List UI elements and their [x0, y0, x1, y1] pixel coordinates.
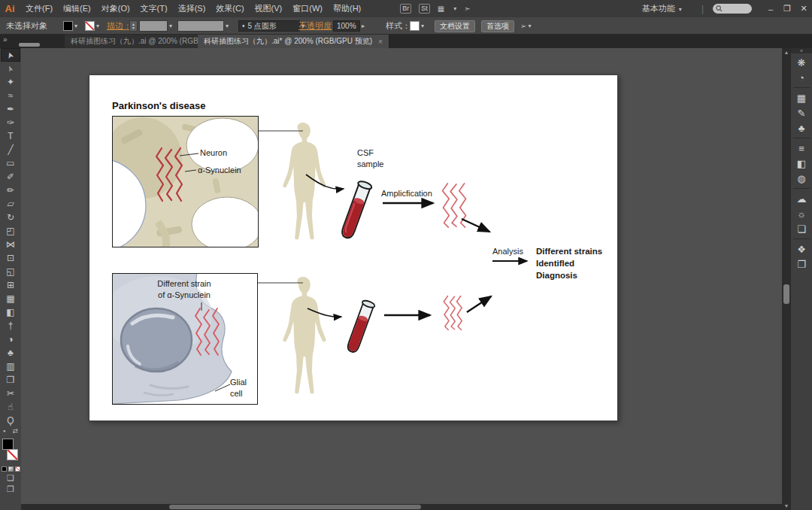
- artboard[interactable]: Parkinson's disease: [89, 74, 618, 421]
- tools-dock-grip[interactable]: [19, 43, 40, 47]
- menu-item-8[interactable]: 帮助(H): [333, 3, 361, 14]
- line-segment-tool[interactable]: ╱: [1, 143, 20, 156]
- menu-item-2[interactable]: 对象(O): [102, 3, 130, 14]
- stock-icon[interactable]: St: [419, 4, 430, 14]
- layers-panel-icon[interactable]: ❖: [792, 241, 811, 257]
- panel-group-divider: [793, 238, 810, 239]
- artboard-tool[interactable]: ❐: [1, 373, 20, 387]
- gradient-panel-icon[interactable]: ◧: [792, 156, 811, 171]
- menu-item-5[interactable]: 效果(C): [216, 3, 244, 14]
- selection-tool[interactable]: ➤: [1, 48, 20, 62]
- artboards-panel-icon[interactable]: ❐: [792, 257, 811, 272]
- draw-mode-button[interactable]: ❏: [7, 473, 14, 483]
- workspace-switcher[interactable]: 基本功能 ▾: [642, 3, 682, 14]
- document-setup-button[interactable]: 文档设置: [435, 17, 475, 35]
- stroke-link[interactable]: 描边：: [107, 17, 132, 35]
- canvas[interactable]: Parkinson's disease: [21, 48, 782, 510]
- free-transform-tool[interactable]: ⊡: [1, 251, 20, 265]
- variable-width-profile[interactable]: ▾: [177, 17, 229, 35]
- opacity-link[interactable]: 不透明度: [298, 17, 332, 35]
- stroke-color-swatch[interactable]: ▾: [85, 17, 99, 35]
- column-graph-tool[interactable]: ▥: [1, 360, 20, 373]
- symbol-sprayer-tool[interactable]: ♣: [1, 346, 20, 360]
- close-button[interactable]: ✕: [795, 4, 812, 14]
- bridge-icon[interactable]: Br: [400, 4, 411, 14]
- stroke-weight-field[interactable]: ▾: [139, 17, 172, 35]
- pen-tool[interactable]: ✒: [1, 102, 20, 116]
- menu-item-7[interactable]: 窗口(W): [292, 3, 323, 14]
- curvature-tool[interactable]: ✑: [1, 116, 20, 129]
- pencil-tool[interactable]: ✏: [1, 184, 20, 197]
- direct-selection-tool[interactable]: ➢: [1, 62, 20, 75]
- gradient-tool[interactable]: ◧: [1, 305, 20, 319]
- close-tab-icon[interactable]: ×: [378, 38, 383, 46]
- chevron-down-icon: ▾: [74, 23, 77, 29]
- preferences-button[interactable]: 首选项: [481, 17, 514, 35]
- libraries-panel-icon[interactable]: ☁: [792, 191, 811, 206]
- search-input[interactable]: [713, 4, 752, 14]
- hand-tool[interactable]: ☝: [1, 400, 20, 414]
- stroke-weight-stepper[interactable]: ▲▼: [129, 17, 138, 35]
- eyedropper-tool[interactable]: †: [1, 319, 20, 332]
- workspace-layout-icon[interactable]: ▦: [438, 5, 444, 13]
- scroll-up-icon[interactable]: ▲: [782, 50, 791, 55]
- default-fill-stroke-icon[interactable]: ▪: [3, 427, 5, 437]
- opacity-field[interactable]: 100%▸: [333, 17, 365, 35]
- vertical-scroll-thumb[interactable]: [783, 284, 789, 304]
- shape-builder-tool[interactable]: ◱: [1, 265, 20, 278]
- appearance-panel-icon[interactable]: ☼: [792, 206, 811, 221]
- transparency-panel-icon[interactable]: ◍: [792, 171, 811, 186]
- magic-wand-tool[interactable]: ✦: [1, 75, 20, 89]
- menu-item-3[interactable]: 文字(T): [141, 3, 168, 14]
- rectangle-tool[interactable]: ▭: [1, 156, 20, 170]
- minimize-button[interactable]: –: [762, 5, 779, 14]
- slice-tool[interactable]: ✂: [1, 387, 20, 400]
- eraser-tool[interactable]: ▱: [1, 197, 20, 211]
- none-button[interactable]: [15, 466, 20, 472]
- horizontal-scroll-thumb[interactable]: [169, 505, 421, 509]
- brushes-panel-icon[interactable]: ✎: [792, 105, 811, 120]
- fill-indicator[interactable]: [2, 439, 14, 450]
- scale-tool[interactable]: ◰: [1, 224, 20, 238]
- color-guide-panel-icon[interactable]: ◔: [792, 70, 811, 85]
- restore-button[interactable]: ❐: [779, 4, 795, 14]
- type-tool[interactable]: T: [1, 129, 20, 143]
- menu-item-0[interactable]: 文件(F): [26, 3, 53, 14]
- gradient-button[interactable]: [8, 466, 14, 472]
- menu-item-6[interactable]: 视图(V): [255, 3, 283, 14]
- stroke-indicator[interactable]: [7, 449, 18, 460]
- swatches-panel-icon[interactable]: ▦: [792, 90, 811, 105]
- fill-color-swatch[interactable]: ▾: [63, 17, 77, 35]
- brush-definition[interactable]: •5 点圆形▾: [238, 17, 304, 35]
- zoom-tool[interactable]: Ϙ: [1, 414, 20, 427]
- lasso-tool[interactable]: ≈: [1, 89, 20, 102]
- share-icon[interactable]: ➣: [464, 5, 470, 13]
- mesh-tool[interactable]: ▦: [1, 292, 20, 305]
- stroke-panel-icon[interactable]: ≡: [792, 141, 811, 156]
- titlebar-icons: BrSt▦▾➣: [400, 4, 470, 14]
- screen-mode-button[interactable]: ❐: [7, 484, 14, 494]
- perspective-grid-tool[interactable]: ⊞: [1, 278, 20, 292]
- blend-tool[interactable]: ◑: [1, 332, 20, 346]
- options-menu-icon[interactable]: ➢▾: [520, 17, 531, 35]
- expand-panels-icon[interactable]: «: [791, 48, 812, 53]
- vertical-scrollbar[interactable]: ▲ ▼: [782, 48, 791, 510]
- neuron-illustration-box[interactable]: [112, 116, 259, 247]
- rotate-tool[interactable]: ↻: [1, 211, 20, 224]
- menu-item-1[interactable]: 编辑(E): [63, 3, 91, 14]
- fill-stroke-indicator[interactable]: [1, 437, 20, 464]
- symbols-panel-icon[interactable]: ♣: [792, 120, 811, 135]
- menu-item-4[interactable]: 选择(S): [178, 3, 206, 14]
- color-panel-icon[interactable]: ❋: [792, 55, 811, 70]
- graphic-styles-panel-icon[interactable]: ❏: [792, 221, 811, 236]
- tab-overflow-icon[interactable]: »: [3, 35, 8, 44]
- document-tab-1[interactable]: 科研插图练习（九）.ai* @ 200% (RGB/GPU 预览)×: [198, 35, 389, 48]
- scroll-down-icon[interactable]: ▼: [782, 503, 791, 508]
- width-tool[interactable]: ⋈: [1, 238, 20, 251]
- style-swatch[interactable]: ▾: [410, 17, 424, 35]
- panel-group-divider: [793, 87, 810, 88]
- color-button[interactable]: [2, 466, 7, 472]
- swap-fill-stroke-icon[interactable]: ⇄: [12, 427, 18, 437]
- horizontal-scrollbar[interactable]: [21, 504, 782, 510]
- paintbrush-tool[interactable]: ✐: [1, 170, 20, 184]
